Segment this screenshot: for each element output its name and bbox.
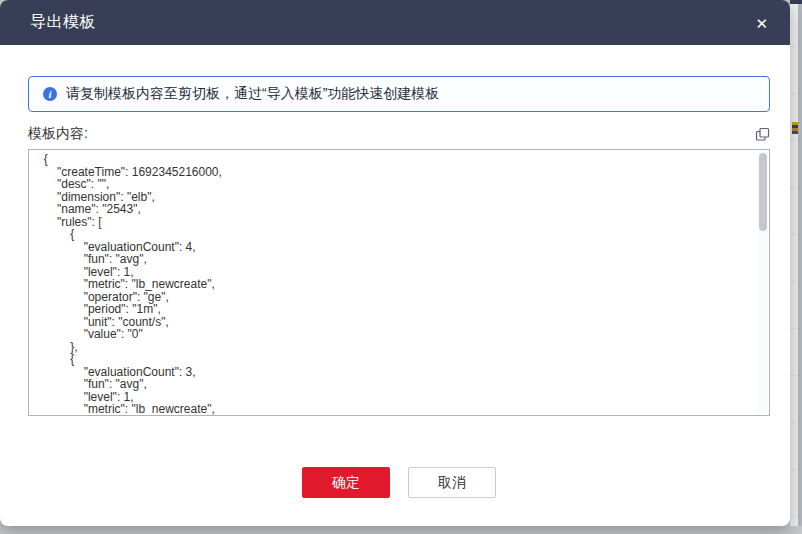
info-banner-text: 请复制模板内容至剪切板，通过“导入模板”功能快速创建模板 — [66, 85, 439, 103]
dialog-title: 导出模板 — [30, 12, 96, 33]
info-banner: i 请复制模板内容至剪切板，通过“导入模板”功能快速创建模板 — [28, 76, 770, 112]
dialog-body: i 请复制模板内容至剪切板，通过“导入模板”功能快速创建模板 模板内容: { "… — [0, 45, 790, 498]
cancel-button[interactable]: 取消 — [408, 467, 496, 498]
dialog-header: 导出模板 ✕ — [0, 0, 790, 45]
template-content-label: 模板内容: — [28, 125, 88, 143]
template-editor-container: { "createTime": 1692345216000, "desc": "… — [28, 149, 770, 416]
copy-icon — [755, 127, 770, 142]
underlying-page-strip — [790, 0, 802, 526]
template-content-textarea[interactable]: { "createTime": 1692345216000, "desc": "… — [29, 150, 769, 415]
close-button[interactable]: ✕ — [751, 11, 772, 34]
export-template-dialog: 导出模板 ✕ i 请复制模板内容至剪切板，通过“导入模板”功能快速创建模板 模板… — [0, 0, 790, 526]
ok-button[interactable]: 确定 — [302, 467, 390, 498]
dialog-footer: 确定 取消 — [28, 467, 770, 498]
page-scrollbar[interactable] — [798, 4, 802, 526]
info-icon: i — [43, 87, 57, 101]
page-background: 导出模板 ✕ i 请复制模板内容至剪切板，通过“导入模板”功能快速创建模板 模板… — [0, 0, 802, 534]
copy-button[interactable] — [755, 127, 770, 142]
textarea-scrollbar[interactable] — [758, 151, 768, 414]
template-content-row: 模板内容: — [28, 125, 770, 143]
close-icon: ✕ — [755, 14, 768, 31]
textarea-scrollbar-thumb[interactable] — [759, 153, 767, 231]
